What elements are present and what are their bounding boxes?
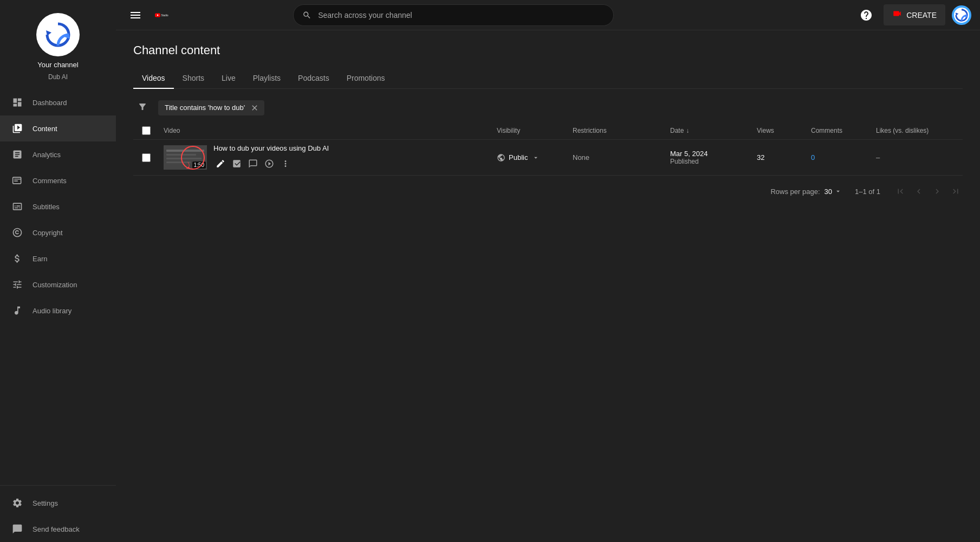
sidebar: Your channel Dub AI Dashboard Content bbox=[0, 0, 116, 542]
sidebar-item-label: Dashboard bbox=[33, 99, 67, 107]
row-likes-cell: – bbox=[876, 153, 963, 162]
sidebar-item-label: Analytics bbox=[33, 151, 61, 159]
watch-button[interactable] bbox=[262, 157, 276, 171]
row-checkbox-cell bbox=[133, 153, 159, 162]
sidebar-item-label: Send feedback bbox=[33, 525, 80, 533]
row-checkbox[interactable] bbox=[142, 153, 151, 162]
video-actions bbox=[213, 157, 329, 171]
video-title[interactable]: How to dub your videos using Dub AI bbox=[213, 144, 329, 152]
svg-rect-12 bbox=[166, 158, 202, 159]
sidebar-item-label: Audio library bbox=[33, 307, 72, 315]
pagination: Rows per page: 30 1–1 of 1 bbox=[133, 176, 963, 207]
sidebar-item-earn[interactable]: Earn bbox=[0, 246, 116, 272]
tab-live[interactable]: Live bbox=[213, 68, 244, 89]
youtube-studio-logo[interactable]: Studio bbox=[155, 9, 172, 21]
sidebar-item-analytics[interactable]: Analytics bbox=[0, 141, 116, 167]
chip-close-button[interactable] bbox=[249, 102, 260, 113]
more-options-button[interactable] bbox=[278, 157, 293, 171]
tab-promotions[interactable]: Promotions bbox=[338, 68, 394, 89]
sidebar-item-comments[interactable]: Comments bbox=[0, 167, 116, 193]
rows-per-page-select[interactable]: 30 bbox=[825, 188, 842, 196]
date-label: Date bbox=[670, 127, 684, 134]
sidebar-bottom: Settings Send feedback bbox=[0, 481, 116, 542]
comments-icon bbox=[11, 174, 24, 187]
header-views: Views bbox=[757, 127, 811, 134]
filter-row: Title contains 'how to dub' bbox=[133, 98, 963, 118]
table-row: 1:50 How to dub your videos using Dub AI bbox=[133, 140, 963, 176]
channel-name: Your channel bbox=[37, 61, 78, 69]
menu-button[interactable] bbox=[125, 4, 146, 26]
filter-chip: Title contains 'how to dub' bbox=[158, 100, 264, 115]
sidebar-item-dashboard[interactable]: Dashboard bbox=[0, 89, 116, 115]
sidebar-item-subtitles[interactable]: Subtitles bbox=[0, 193, 116, 220]
svg-rect-11 bbox=[166, 154, 196, 156]
row-comments-cell: 0 bbox=[811, 153, 876, 162]
settings-icon bbox=[11, 496, 24, 509]
sidebar-item-label: Content bbox=[33, 125, 57, 133]
tab-playlists[interactable]: Playlists bbox=[244, 68, 289, 89]
help-button[interactable] bbox=[855, 4, 877, 26]
header-likes: Likes (vs. dislikes) bbox=[876, 127, 963, 134]
customization-icon bbox=[11, 278, 24, 291]
svg-rect-10 bbox=[166, 150, 204, 152]
row-restrictions-cell: None bbox=[573, 153, 670, 162]
edit-button[interactable] bbox=[213, 157, 228, 171]
date-status: Published bbox=[670, 158, 757, 165]
sidebar-item-label: Comments bbox=[33, 177, 67, 185]
row-views-cell: 32 bbox=[757, 153, 811, 162]
visibility-dropdown-button[interactable] bbox=[531, 153, 541, 163]
video-thumbnail[interactable]: 1:50 bbox=[164, 145, 207, 170]
dashboard-icon bbox=[11, 96, 24, 109]
select-all-checkbox[interactable] bbox=[142, 126, 151, 135]
sidebar-item-settings[interactable]: Settings bbox=[0, 490, 116, 516]
comments-action-button[interactable] bbox=[246, 157, 260, 171]
sidebar-item-audio[interactable]: Audio library bbox=[0, 298, 116, 324]
rows-per-page-label: Rows per page: bbox=[770, 188, 820, 196]
header: Studio CREATE bbox=[116, 0, 980, 30]
search-input-wrap bbox=[293, 4, 614, 26]
video-duration: 1:50 bbox=[192, 162, 206, 169]
tab-shorts[interactable]: Shorts bbox=[174, 68, 213, 89]
row-video-cell: 1:50 How to dub your videos using Dub AI bbox=[159, 144, 497, 171]
sidebar-item-copyright[interactable]: Copyright bbox=[0, 220, 116, 246]
content-icon bbox=[11, 122, 24, 135]
channel-subtitle: Dub AI bbox=[48, 73, 68, 81]
sidebar-item-content[interactable]: Content bbox=[0, 115, 116, 141]
sidebar-item-label: Subtitles bbox=[33, 203, 60, 211]
sidebar-item-feedback[interactable]: Send feedback bbox=[0, 516, 116, 542]
first-page-button[interactable] bbox=[893, 184, 907, 198]
next-page-button[interactable] bbox=[930, 184, 944, 198]
header-restrictions: Restrictions bbox=[573, 127, 670, 134]
sidebar-item-label: Customization bbox=[33, 281, 77, 289]
sidebar-navigation: Dashboard Content Analytics bbox=[0, 89, 116, 481]
table-header: Video Visibility Restrictions Date ↓ Vie… bbox=[133, 122, 963, 140]
create-icon bbox=[892, 9, 902, 21]
tabs: Videos Shorts Live Playlists Podcasts Pr… bbox=[133, 68, 963, 89]
search-input[interactable] bbox=[318, 11, 605, 20]
video-table: Video Visibility Restrictions Date ↓ Vie… bbox=[133, 122, 963, 176]
sidebar-item-customization[interactable]: Customization bbox=[0, 272, 116, 298]
create-button[interactable]: CREATE bbox=[884, 4, 945, 25]
sidebar-item-label: Settings bbox=[33, 499, 58, 507]
main-content: Studio CREATE bbox=[116, 0, 980, 542]
visibility-badge: Public bbox=[497, 153, 573, 163]
tab-podcasts[interactable]: Podcasts bbox=[289, 68, 338, 89]
prev-page-button[interactable] bbox=[912, 184, 926, 198]
sort-arrow-icon: ↓ bbox=[686, 127, 689, 134]
user-avatar[interactable] bbox=[952, 5, 971, 25]
channel-info: Your channel Dub AI bbox=[0, 0, 116, 89]
subtitles-icon bbox=[11, 200, 24, 213]
analytics-icon bbox=[11, 148, 24, 161]
search-bar bbox=[293, 4, 614, 26]
analytics-button[interactable] bbox=[230, 157, 244, 171]
header-right: CREATE bbox=[855, 4, 971, 26]
tab-videos[interactable]: Videos bbox=[133, 68, 174, 89]
sidebar-divider bbox=[0, 485, 116, 486]
channel-avatar[interactable] bbox=[36, 13, 80, 56]
filter-button[interactable] bbox=[133, 98, 152, 118]
row-date-cell: Mar 5, 2024 Published bbox=[670, 150, 757, 165]
last-page-button[interactable] bbox=[949, 184, 963, 198]
chip-label: Title contains 'how to dub' bbox=[165, 104, 245, 112]
rows-per-page: Rows per page: 30 bbox=[770, 188, 842, 196]
header-left: Studio bbox=[125, 4, 172, 26]
